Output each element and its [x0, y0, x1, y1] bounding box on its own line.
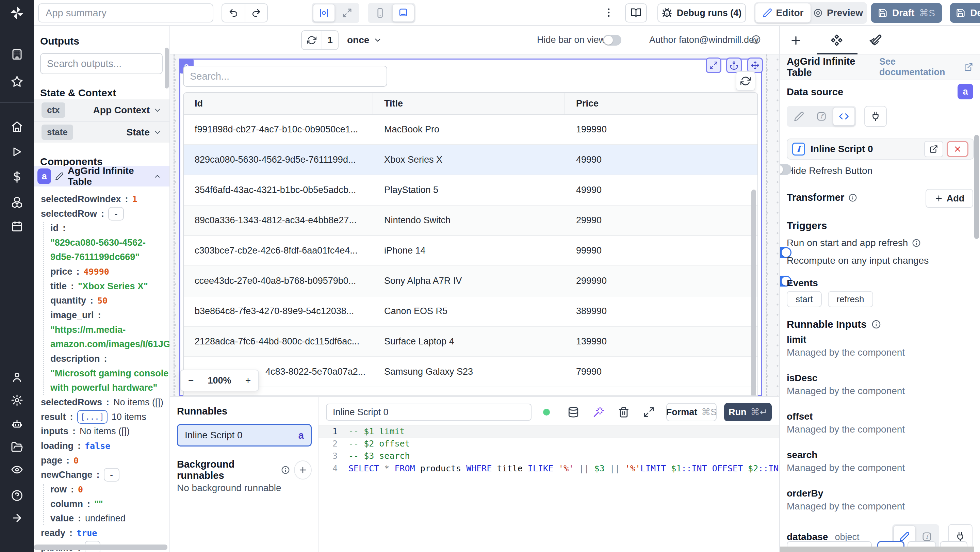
- event-pill-refresh[interactable]: refresh: [828, 291, 873, 307]
- center-align-button[interactable]: [313, 4, 335, 22]
- undo-button[interactable]: [222, 4, 245, 22]
- table-search-input[interactable]: [183, 66, 387, 87]
- connect-plug-icon[interactable]: [864, 106, 887, 127]
- add-transformer-button[interactable]: Add: [926, 189, 973, 208]
- play-icon[interactable]: [11, 146, 23, 158]
- eye-icon[interactable]: [11, 463, 23, 476]
- table-row[interactable]: 2128adca-7fc6-44bd-800c-dc115df6ac...Sur…: [184, 327, 757, 357]
- zoom-in-button[interactable]: +: [245, 375, 251, 386]
- tab-editor[interactable]: Editor: [756, 3, 811, 22]
- remove-script-icon[interactable]: [947, 141, 969, 157]
- windmill-logo-icon[interactable]: [9, 5, 25, 21]
- inline-script-card[interactable]: f Inline Script 0: [787, 138, 974, 160]
- inspector-hscrollbar[interactable]: [780, 547, 974, 552]
- blocks-icon[interactable]: [11, 196, 23, 208]
- folder-icon[interactable]: [11, 441, 23, 453]
- home-icon[interactable]: [11, 121, 23, 133]
- event-pill-start[interactable]: start: [787, 291, 822, 307]
- expand-layout-button[interactable]: [336, 4, 358, 22]
- star-icon[interactable]: [11, 76, 23, 88]
- app-canvas[interactable]: a Id Title Price f991898d-cb27-4ac7-b10c…: [170, 54, 779, 396]
- table-row[interactable]: 4c83-8022-5e70a07a2...Samsung Galaxy S23…: [184, 357, 757, 387]
- table-refresh-button[interactable]: [736, 71, 756, 91]
- redo-button[interactable]: [245, 4, 267, 22]
- see-documentation-link[interactable]: See documentation: [879, 56, 973, 78]
- fullscreen-icon[interactable]: [643, 406, 655, 418]
- format-button[interactable]: Format ⌘S: [666, 403, 717, 421]
- help-icon[interactable]: [11, 489, 23, 502]
- info-icon[interactable]: [848, 193, 857, 202]
- column-header-price[interactable]: Price: [565, 93, 757, 114]
- chevron-up-icon[interactable]: [153, 172, 161, 181]
- info-icon[interactable]: [751, 35, 761, 44]
- table-row[interactable]: b3e864c8-7fe3-4270-89e9-54c12038...Canon…: [184, 296, 757, 327]
- chevron-down-icon[interactable]: [153, 106, 162, 115]
- info-icon[interactable]: [872, 320, 881, 329]
- pencil-icon[interactable]: [55, 172, 64, 181]
- collapse-button[interactable]: -: [108, 207, 124, 221]
- code-editor[interactable]: 1 2 3 4 -- $1 limit -- $2 offset -- $3 s…: [318, 425, 779, 552]
- table-row-selected[interactable]: 829ca080-5630-4562-9d5e-7611199d...Xbox …: [184, 145, 757, 175]
- state-row[interactable]: state State: [34, 121, 169, 143]
- outputs-scrollbar[interactable]: [165, 48, 169, 89]
- collapse-button[interactable]: -: [104, 468, 119, 482]
- table-row[interactable]: f991898d-cb27-4ac7-b10c-0b9050ce1...MacB…: [184, 115, 757, 145]
- hide-refresh-toggle[interactable]: [779, 164, 791, 175]
- table-row[interactable]: 354f6afd-43ac-4321-b1bc-0b5e5adcb...Play…: [184, 175, 757, 205]
- expand-component-icon[interactable]: [706, 57, 721, 73]
- script-name-input[interactable]: [326, 404, 531, 421]
- runnable-item-inline-script-0[interactable]: Inline Script 0 a: [177, 424, 312, 447]
- aggrid-table-component[interactable]: a Id Title Price f991898d-cb27-4ac7-b10c…: [179, 59, 762, 396]
- static-mode-pencil-icon[interactable]: [788, 107, 810, 126]
- table-row[interactable]: 89c0a336-1343-4812-ac34-e4bb8e27...Ninte…: [184, 205, 757, 236]
- frequency-select[interactable]: once: [347, 30, 382, 50]
- refresh-count-button[interactable]: 1: [301, 30, 339, 50]
- info-icon[interactable]: [912, 239, 921, 247]
- deploy-button[interactable]: Deploy: [950, 3, 980, 23]
- expand-array-button[interactable]: [...]: [77, 410, 108, 424]
- database-icon[interactable]: [568, 406, 579, 418]
- open-script-icon[interactable]: [924, 141, 943, 157]
- component-header-row[interactable]: a AgGrid Infinite Table: [34, 166, 169, 186]
- table-row[interactable]: ccee43dc-27e0-40a8-b768-b09579b0...Sony …: [184, 266, 757, 296]
- calendar-icon[interactable]: [11, 220, 23, 232]
- inspector-scrollbar[interactable]: [974, 135, 979, 239]
- table-row[interactable]: c303bce7-cb2e-42c6-8fdf-6aa01fc4e4...iPh…: [184, 236, 757, 266]
- building-icon[interactable]: [11, 48, 23, 60]
- search-outputs-input[interactable]: [40, 53, 163, 74]
- app-summary-input[interactable]: [38, 3, 213, 22]
- desktop-icon[interactable]: [392, 4, 414, 22]
- template-mode-fx-icon[interactable]: f: [811, 107, 832, 126]
- cell-title: iPhone 14: [373, 245, 565, 256]
- hide-bar-toggle[interactable]: [603, 35, 621, 46]
- run-button[interactable]: Run ⌘↵: [724, 403, 772, 421]
- add-component-tab-icon[interactable]: [789, 34, 802, 47]
- info-icon[interactable]: [281, 466, 290, 474]
- mobile-icon[interactable]: [369, 4, 391, 22]
- book-icon[interactable]: [625, 3, 647, 22]
- trash-icon[interactable]: [618, 406, 630, 418]
- arrow-right-icon[interactable]: [11, 512, 23, 524]
- column-header-id[interactable]: Id: [184, 93, 373, 114]
- dollar-icon[interactable]: [11, 171, 23, 183]
- tab-preview[interactable]: Preview: [811, 3, 865, 22]
- styling-tab-icon[interactable]: [869, 34, 882, 47]
- column-header-title[interactable]: Title: [373, 93, 565, 114]
- code-mode-icon[interactable]: [833, 107, 855, 126]
- ctx-row[interactable]: ctx App Context: [34, 99, 169, 121]
- kebab-menu-icon[interactable]: [603, 7, 614, 18]
- chevron-down-icon[interactable]: [153, 128, 162, 137]
- outputs-hscrollbar[interactable]: [34, 544, 167, 550]
- robot-icon[interactable]: [11, 418, 23, 430]
- zoom-out-button[interactable]: −: [188, 375, 194, 386]
- draft-button[interactable]: Draft ⌘S: [871, 3, 942, 23]
- component-settings-tab-icon[interactable]: [830, 34, 843, 47]
- cell-id: ccee43dc-27e0-40a8-b768-b09579b0...: [184, 276, 373, 286]
- add-background-runnable-button[interactable]: [294, 460, 312, 479]
- table-scrollbar[interactable]: [751, 189, 756, 396]
- gear-icon[interactable]: [11, 394, 23, 406]
- debug-runs-button[interactable]: Debug runs (4): [657, 3, 746, 22]
- value: with powerful hardware": [50, 383, 157, 393]
- user-icon[interactable]: [11, 371, 23, 383]
- ai-wand-icon[interactable]: [593, 406, 605, 418]
